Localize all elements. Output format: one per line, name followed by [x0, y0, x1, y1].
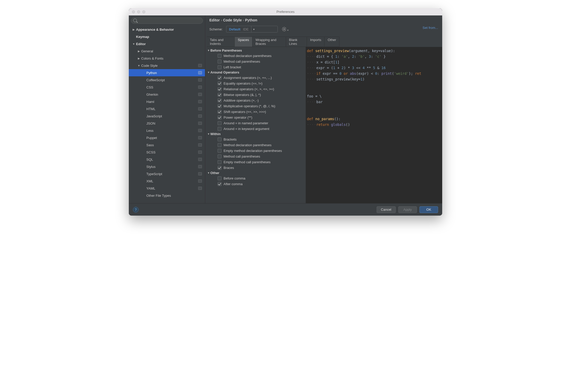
sidebar-item-javascript[interactable]: JavaScript	[129, 112, 205, 120]
checkbox[interactable]	[218, 176, 221, 180]
sidebar-item-general[interactable]: ▶General	[129, 47, 205, 55]
checkbox[interactable]	[218, 116, 221, 119]
apply-button[interactable]: Apply	[398, 206, 417, 213]
help-icon[interactable]: ?	[133, 207, 139, 213]
checkbox[interactable]	[218, 81, 221, 85]
scheme-select[interactable]: Default IDE ▾	[226, 26, 278, 32]
search-input[interactable]	[131, 18, 203, 24]
code-line: ····x = dict[1]	[307, 59, 442, 65]
sidebar-item-css[interactable]: CSS	[129, 84, 205, 91]
sidebar-item-code-style[interactable]: ▼Code Style	[129, 62, 205, 69]
tab-spaces[interactable]: Spaces	[235, 37, 252, 47]
tab-blank-lines[interactable]: Blank Lines	[286, 37, 307, 47]
sidebar-item-stylus[interactable]: Stylus	[129, 163, 205, 170]
option-row[interactable]: Bitwise operators (&, |, ^)	[205, 92, 306, 97]
option-row[interactable]: Around = in keyword argument	[205, 126, 306, 132]
sidebar-item-html[interactable]: HTML	[129, 105, 205, 112]
checkbox[interactable]	[218, 166, 221, 170]
option-group-title: Other	[210, 171, 219, 175]
close-icon[interactable]	[132, 10, 135, 13]
sidebar-item-typescript[interactable]: TypeScript	[129, 170, 205, 177]
option-row[interactable]: Equality operators (==, !=)	[205, 80, 306, 86]
checkbox[interactable]	[218, 76, 221, 80]
chevron-down-icon: ▼	[131, 43, 136, 45]
checkbox[interactable]	[218, 154, 221, 158]
checkbox[interactable]	[218, 121, 221, 125]
checkbox[interactable]	[218, 99, 221, 102]
sidebar-item-editor[interactable]: ▼Editor	[129, 40, 205, 47]
checkbox[interactable]	[218, 110, 221, 114]
scheme-copy-icon	[198, 71, 202, 74]
option-row[interactable]: Method declaration parentheses	[205, 53, 306, 59]
sidebar-item-label: HTML	[146, 107, 155, 111]
option-row[interactable]: Power operator (**)	[205, 115, 306, 120]
sidebar-item-xml[interactable]: XML	[129, 177, 205, 185]
checkbox[interactable]	[218, 104, 221, 108]
gear-icon[interactable]: ▾	[281, 26, 287, 32]
tab-other[interactable]: Other	[324, 37, 339, 47]
sidebar-item-json[interactable]: JSON	[129, 120, 205, 127]
sidebar-item-label: SCSS	[146, 150, 155, 154]
checkbox[interactable]	[218, 54, 221, 58]
option-row[interactable]: Empty method declaration parentheses	[205, 148, 306, 153]
options-panel[interactable]: ▼Before ParenthesesMethod declaration pa…	[205, 47, 306, 203]
option-row[interactable]: Relational operators (<, >, <=, >=)	[205, 86, 306, 92]
sidebar-item-scss[interactable]: SCSS	[129, 149, 205, 156]
option-row[interactable]: Shift operators (<<, >>, >>>)	[205, 109, 306, 115]
checkbox[interactable]	[218, 182, 221, 186]
checkbox[interactable]	[218, 160, 221, 164]
option-row[interactable]: Brackets	[205, 136, 306, 142]
sidebar-item-python[interactable]: Python	[129, 69, 205, 76]
option-row[interactable]: Additive operators (+, -)	[205, 97, 306, 103]
sidebar-item-yaml[interactable]: YAML	[129, 185, 205, 192]
option-row[interactable]: Before comma	[205, 175, 306, 181]
sidebar-item-colors-fonts[interactable]: ▶Colors & Fonts	[129, 55, 205, 62]
sidebar-item-gherkin[interactable]: Gherkin	[129, 91, 205, 98]
checkbox[interactable]	[218, 65, 221, 69]
set-from-link[interactable]: Set from...	[423, 26, 438, 30]
tab-imports[interactable]: Imports	[307, 37, 324, 47]
option-row[interactable]: Method call parentheses	[205, 59, 306, 64]
sidebar-item-appearance-behavior[interactable]: ▶Appearance & Behavior	[129, 26, 205, 33]
sidebar-item-other-file-types[interactable]: Other File Types	[129, 192, 205, 199]
option-group-header[interactable]: ▼Around Operators	[205, 70, 306, 75]
ok-button[interactable]: OK	[419, 206, 438, 213]
footer: ? Cancel Apply OK	[129, 203, 442, 216]
tab-tabs-and-indents[interactable]: Tabs and Indents	[207, 37, 235, 47]
option-row[interactable]: Around = in named parameter	[205, 120, 306, 126]
checkbox[interactable]	[218, 127, 221, 131]
checkbox[interactable]	[218, 93, 221, 97]
chevron-right-icon: ▶	[137, 50, 141, 53]
sidebar-item-puppet[interactable]: Puppet	[129, 134, 205, 141]
sidebar-item-sass[interactable]: Sass	[129, 141, 205, 149]
tab-wrapping-and-braces[interactable]: Wrapping and Braces	[252, 37, 286, 47]
minimize-icon[interactable]	[137, 10, 140, 13]
checkbox[interactable]	[218, 143, 221, 147]
option-row[interactable]: Multiplicative operators (*, @, /, %)	[205, 103, 306, 109]
settings-tree[interactable]: ▶Appearance & BehaviorKeymap▼Editor▶Gene…	[129, 26, 205, 203]
option-group-header[interactable]: ▼Within	[205, 132, 306, 136]
sidebar-item-label: Stylus	[146, 165, 155, 169]
option-row[interactable]: Left bracket	[205, 64, 306, 70]
sidebar-item-less[interactable]: Less	[129, 127, 205, 134]
sidebar-item-keymap[interactable]: Keymap	[129, 33, 205, 40]
checkbox[interactable]	[218, 87, 221, 91]
scheme-copy-icon	[198, 136, 202, 139]
option-row[interactable]: Braces	[205, 165, 306, 170]
zoom-icon[interactable]	[142, 10, 145, 13]
option-row[interactable]: Method declaration parentheses	[205, 142, 306, 148]
code-line	[307, 105, 442, 110]
checkbox[interactable]	[218, 60, 221, 63]
checkbox[interactable]	[218, 137, 221, 141]
cancel-button[interactable]: Cancel	[377, 206, 396, 213]
sidebar-item-coffeescript[interactable]: CoffeeScript	[129, 76, 205, 84]
option-group-header[interactable]: ▼Other	[205, 170, 306, 175]
sidebar-item-sql[interactable]: SQL	[129, 156, 205, 163]
option-row[interactable]: After comma	[205, 181, 306, 187]
option-row[interactable]: Empty method call parentheses	[205, 159, 306, 165]
option-row[interactable]: Method call parentheses	[205, 153, 306, 159]
option-group-header[interactable]: ▼Before Parentheses	[205, 48, 306, 53]
option-row[interactable]: Assignment operators (=, +=, ...)	[205, 75, 306, 80]
checkbox[interactable]	[218, 149, 221, 153]
sidebar-item-haml[interactable]: Haml	[129, 98, 205, 105]
